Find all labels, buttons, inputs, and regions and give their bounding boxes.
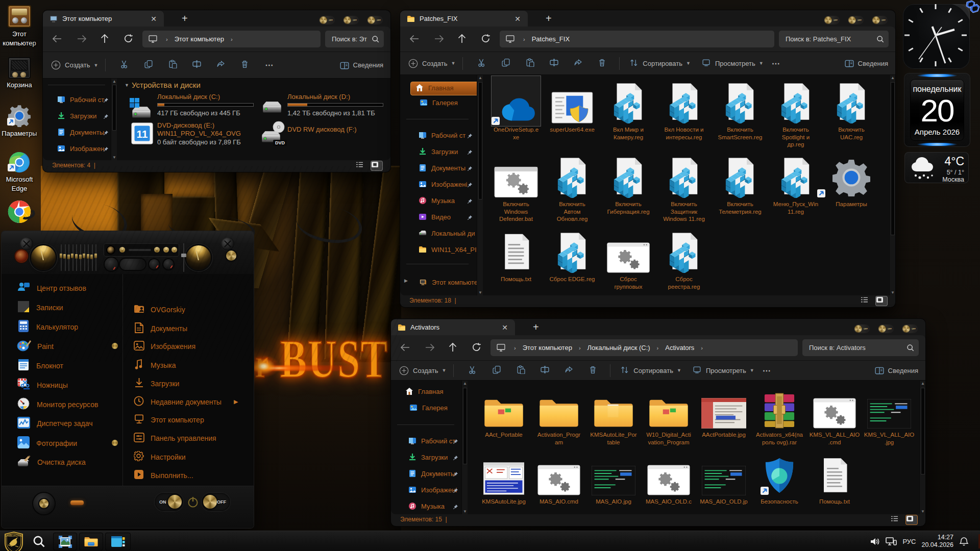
svg-text:LAMBORGHINI: LAMBORGHINI [6,535,22,537]
